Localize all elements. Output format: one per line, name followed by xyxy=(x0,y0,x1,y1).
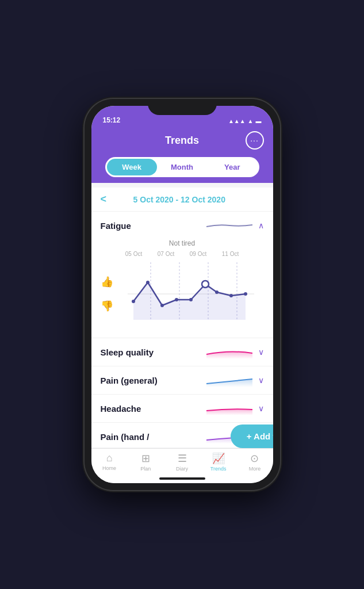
chart-date-1: 07 Oct xyxy=(158,251,174,257)
trend-fatigue-preview xyxy=(206,219,252,232)
chart-dates: 05 Oct 07 Oct 09 Oct 11 Oct xyxy=(101,251,264,257)
status-time: 15:12 xyxy=(103,116,121,124)
tab-bar: Week Month Year xyxy=(105,157,259,177)
nav-diary[interactable]: ☰ Diary xyxy=(164,452,200,472)
trend-headache-header[interactable]: Headache ∨ xyxy=(91,395,273,422)
chart-date-0: 05 Oct xyxy=(125,251,142,257)
trend-headache-title: Headache xyxy=(101,404,206,414)
trend-fatigue-header[interactable]: Fatigue ∧ xyxy=(91,212,273,239)
thumbs-down-icon: 👎 xyxy=(101,300,113,312)
battery-icon: ▬ xyxy=(256,118,262,124)
svg-point-9 xyxy=(189,298,193,301)
nav-diary-label: Diary xyxy=(176,466,188,472)
bottom-nav: ⌂ Home ⊞ Plan ☰ Diary 📈 Trends ⊙ More xyxy=(91,448,273,474)
home-indicator xyxy=(159,477,205,480)
phone-screen: 15:12 ▲▲▲ ▲ ▬ Trends ··· Week Month xyxy=(91,106,273,483)
trend-sleep-section: Sleep quality ∨ xyxy=(91,338,273,366)
home-bar xyxy=(91,474,273,483)
nav-home-label: Home xyxy=(102,465,116,471)
svg-point-11 xyxy=(215,290,219,294)
thumbs-up-icon: 👍 xyxy=(101,276,113,288)
fatigue-chart-svg xyxy=(118,262,264,326)
svg-point-13 xyxy=(244,292,247,296)
tab-year[interactable]: Year xyxy=(207,159,257,175)
trend-headache-preview xyxy=(206,401,252,415)
trend-fatigue-section: Fatigue ∧ Not tired 05 Oct 07 Oct 09 Oct… xyxy=(91,212,273,338)
chart-area: 👍 👎 xyxy=(101,259,264,328)
trend-pain-hand-title: Pain (hand / xyxy=(101,432,206,442)
svg-point-8 xyxy=(175,298,178,301)
trend-fatigue-chart: Not tired 05 Oct 07 Oct 09 Oct 11 Oct 👍 … xyxy=(91,239,273,338)
trend-pain-general-chevron: ∨ xyxy=(258,376,264,385)
nav-plan-label: Plan xyxy=(140,466,151,472)
notch xyxy=(148,99,217,115)
svg-point-6 xyxy=(146,281,150,284)
nav-more-label: More xyxy=(249,466,261,472)
trends-icon: 📈 xyxy=(212,452,225,465)
nav-more[interactable]: ⊙ More xyxy=(236,452,273,472)
diary-icon: ☰ xyxy=(178,452,187,465)
svg-point-5 xyxy=(132,300,135,303)
phone-frame: 15:12 ▲▲▲ ▲ ▬ Trends ··· Week Month xyxy=(85,99,280,490)
nav-home[interactable]: ⌂ Home xyxy=(91,452,128,472)
wifi-icon: ▲ xyxy=(248,118,254,124)
trend-pain-general-section: Pain (general) ∨ xyxy=(91,366,273,395)
trend-pain-preview xyxy=(206,373,252,387)
trend-sleep-header[interactable]: Sleep quality ∨ xyxy=(91,338,273,366)
tab-week[interactable]: Week xyxy=(107,159,157,175)
plan-icon: ⊞ xyxy=(141,452,150,465)
more-icon: ⊙ xyxy=(250,452,259,465)
more-options-button[interactable]: ··· xyxy=(246,131,264,150)
trend-fatigue-title: Fatigue xyxy=(101,221,206,231)
more-options-icon: ··· xyxy=(250,136,259,145)
home-icon: ⌂ xyxy=(106,452,113,464)
chart-date-2: 09 Oct xyxy=(190,251,206,257)
nav-plan[interactable]: ⊞ Plan xyxy=(128,452,164,472)
content-area: < 5 Oct 2020 - 12 Oct 2020 Fatigue ∧ Not… xyxy=(91,188,273,448)
svg-point-12 xyxy=(229,294,233,297)
page-title: Trends xyxy=(119,135,246,147)
chart-date-3: 11 Oct xyxy=(222,251,239,257)
svg-point-7 xyxy=(160,304,164,307)
tab-month[interactable]: Month xyxy=(157,159,207,175)
app-header: Trends ··· xyxy=(91,127,273,158)
trend-fatigue-chevron: ∧ xyxy=(258,221,264,230)
fatigue-chart-container xyxy=(118,262,264,326)
nav-trends[interactable]: 📈 Trends xyxy=(200,452,236,472)
status-icons: ▲▲▲ ▲ ▬ xyxy=(228,118,262,124)
trend-sleep-title: Sleep quality xyxy=(101,347,206,357)
chart-top-label: Not tired xyxy=(101,239,264,247)
thumb-icons: 👍 👎 xyxy=(101,276,113,312)
date-range-label: 5 Oct 2020 - 12 Oct 2020 xyxy=(106,195,252,204)
date-navigation: < 5 Oct 2020 - 12 Oct 2020 xyxy=(91,188,273,212)
trend-pain-general-header[interactable]: Pain (general) ∨ xyxy=(91,366,273,394)
svg-point-10 xyxy=(202,281,209,288)
trend-headache-chevron: ∨ xyxy=(258,404,264,413)
trend-sleep-chevron: ∨ xyxy=(258,347,264,357)
prev-date-button[interactable]: < xyxy=(101,193,107,205)
tab-bar-container: Week Month Year xyxy=(91,158,273,183)
trend-sleep-preview xyxy=(206,345,252,359)
trend-headache-section: Headache ∨ xyxy=(91,395,273,423)
add-trends-button[interactable]: + Add trends xyxy=(231,424,273,448)
nav-trends-label: Trends xyxy=(210,466,227,472)
trend-pain-general-title: Pain (general) xyxy=(101,376,206,385)
signal-icon: ▲▲▲ xyxy=(228,118,246,124)
